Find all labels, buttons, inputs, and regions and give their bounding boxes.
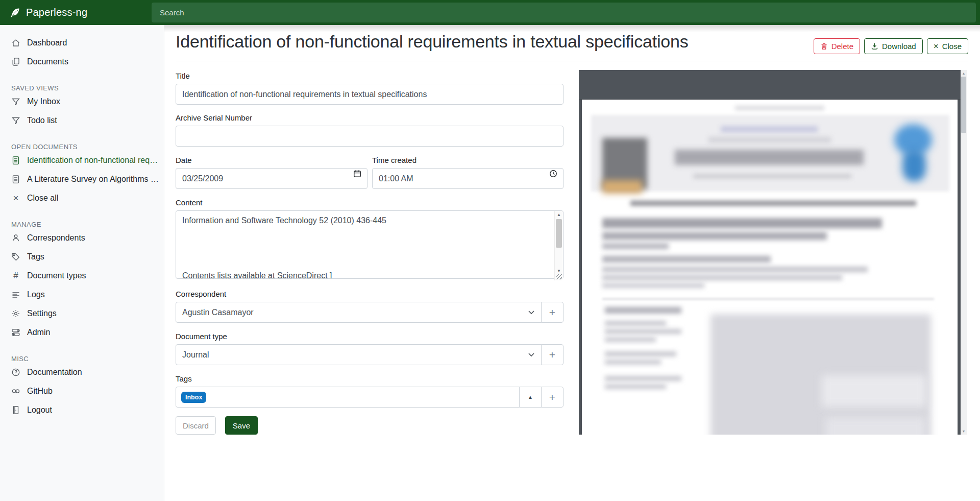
sidebar-section-saved-views: SAVED VIEWS <box>0 78 164 92</box>
time-input[interactable] <box>372 168 564 189</box>
sidebar-item-label: Close all <box>27 194 63 203</box>
blurred-journal-ref-line <box>735 106 824 110</box>
tag-icon <box>11 252 20 261</box>
list-icon <box>11 290 20 299</box>
sidebar-item-settings[interactable]: Settings <box>0 304 164 323</box>
asn-field-group: Archive Serial Number <box>176 113 564 147</box>
blurred-sciencedirect-logo-stem <box>902 150 926 181</box>
sidebar-open-document-1[interactable]: Identification of non-functional require… <box>0 151 164 170</box>
search-input[interactable] <box>152 3 976 22</box>
sidebar-item-my-inbox[interactable]: My Inbox <box>0 92 164 111</box>
add-correspondent-button[interactable]: + <box>541 302 564 323</box>
door-icon <box>11 405 20 415</box>
tags-input[interactable]: Inbox <box>176 387 520 408</box>
page-title: Identification of non-functional require… <box>176 32 712 52</box>
pdf-scrollbar[interactable]: ▲ ▼ <box>961 70 967 435</box>
gear-icon <box>11 309 20 318</box>
sidebar-item-tags[interactable]: Tags <box>0 247 164 266</box>
asn-input[interactable] <box>176 126 564 147</box>
blurred-info-line <box>605 321 666 326</box>
date-label: Date <box>176 156 368 164</box>
sidebar-item-label: Logout <box>27 405 57 415</box>
blurred-banner-line-2 <box>708 137 831 143</box>
blurred-info-line <box>605 351 676 356</box>
sidebar-item-admin[interactable]: Admin <box>0 323 164 342</box>
blurred-abstract-block <box>710 314 931 435</box>
sidebar-item-label: GitHub <box>27 387 58 396</box>
blurred-banner-line-3 <box>693 174 851 178</box>
blurred-info-line <box>605 360 661 365</box>
close-button[interactable]: × Close <box>927 38 968 54</box>
delete-button[interactable]: Delete <box>814 38 860 54</box>
home-icon <box>11 38 20 47</box>
resize-grip[interactable] <box>556 274 562 279</box>
sidebar-item-document-types[interactable]: # Document types <box>0 266 164 285</box>
sidebar-item-correspondents[interactable]: Correspondents <box>0 228 164 247</box>
sidebar-item-label: My Inbox <box>27 97 65 106</box>
document-actions: Delete Download × Close <box>814 38 968 54</box>
file-text-icon <box>11 175 20 184</box>
tags-field-group: Tags Inbox ▲ + <box>176 374 564 408</box>
sidebar-section-open-documents: OPEN DOCUMENTS <box>0 137 164 151</box>
add-tag-button[interactable]: + <box>541 387 564 408</box>
form-actions: Discard Save <box>176 416 258 435</box>
sidebar-item-github[interactable]: GitHub <box>0 381 164 400</box>
blurred-affiliation-line-3 <box>602 283 704 288</box>
pdf-viewer-toolbar <box>579 70 961 100</box>
sidebar-item-label: Admin <box>27 328 55 337</box>
correspondent-field-group: Correspondent Agustin Casamayor + <box>176 290 564 323</box>
pdf-scrollbar-thumb[interactable] <box>961 77 966 133</box>
document-type-select[interactable]: Journal <box>176 344 542 365</box>
title-field-group: Title <box>176 71 564 105</box>
scroll-down-icon[interactable]: ▼ <box>961 430 967 433</box>
app-title: Paperless-ng <box>26 7 87 18</box>
add-document-type-button[interactable]: + <box>541 344 564 365</box>
chevron-down-icon <box>528 311 534 315</box>
time-label: Time created <box>372 156 564 164</box>
app-brand[interactable]: Paperless-ng <box>0 0 164 25</box>
content-textarea[interactable]: Information and Software Technology 52 (… <box>176 210 564 279</box>
scroll-up-icon[interactable]: ▲ <box>961 71 967 75</box>
save-button[interactable]: Save <box>225 416 258 435</box>
sidebar-item-documents[interactable]: Documents <box>0 52 164 71</box>
caret-up-icon: ▲ <box>528 394 533 400</box>
document-type-label: Document type <box>176 332 564 341</box>
blurred-info-line <box>605 376 681 381</box>
sidebar-item-documentation[interactable]: Documentation <box>0 363 164 381</box>
file-text-icon <box>11 156 20 165</box>
sidebar-item-logs[interactable]: Logs <box>0 285 164 304</box>
content-scrollbar-thumb[interactable] <box>556 219 562 248</box>
close-icon: × <box>934 42 939 51</box>
collapse-tags-button[interactable]: ▲ <box>519 387 542 408</box>
scroll-up-icon[interactable]: ▲ <box>555 212 563 217</box>
title-input[interactable] <box>176 84 564 105</box>
date-input[interactable] <box>176 168 368 189</box>
content-scrollbar[interactable]: ▲ ▼ <box>554 211 563 280</box>
header-divider <box>176 61 968 61</box>
sidebar: Dashboard Documents SAVED VIEWS My Inbox… <box>0 25 164 501</box>
sidebar-item-dashboard[interactable]: Dashboard <box>0 33 164 52</box>
content-field-group: Content Information and Software Technol… <box>176 198 564 281</box>
sidebar-item-label: Todo list <box>27 116 62 125</box>
question-circle-icon <box>11 368 20 377</box>
tag-badge-inbox[interactable]: Inbox <box>181 392 206 403</box>
correspondent-select[interactable]: Agustin Casamayor <box>176 302 542 323</box>
sidebar-item-close-all[interactable]: × Close all <box>0 188 164 207</box>
download-button[interactable]: Download <box>864 38 923 54</box>
documents-icon <box>11 57 20 66</box>
date-time-row: Date Time created <box>176 156 564 189</box>
sidebar-item-logout[interactable]: Logout <box>0 400 164 419</box>
blurred-info-line <box>605 337 656 342</box>
discard-button[interactable]: Discard <box>176 416 216 435</box>
sidebar-item-todo-list[interactable]: Todo list <box>0 111 164 130</box>
person-icon <box>11 233 20 243</box>
blurred-article-title-line-3 <box>602 243 669 249</box>
pdf-viewer-body[interactable] <box>579 100 961 435</box>
scroll-down-icon[interactable]: ▼ <box>555 269 563 273</box>
sidebar-section-manage: MANAGE <box>0 214 164 228</box>
close-icon: × <box>11 193 20 203</box>
correspondent-value: Agustin Casamayor <box>182 308 254 317</box>
blurred-info-line <box>605 329 681 334</box>
sidebar-open-document-2[interactable]: A Literature Survey on Algorithms for Mu… <box>0 170 164 188</box>
content-textarea-wrap: Information and Software Technology 52 (… <box>176 210 564 281</box>
